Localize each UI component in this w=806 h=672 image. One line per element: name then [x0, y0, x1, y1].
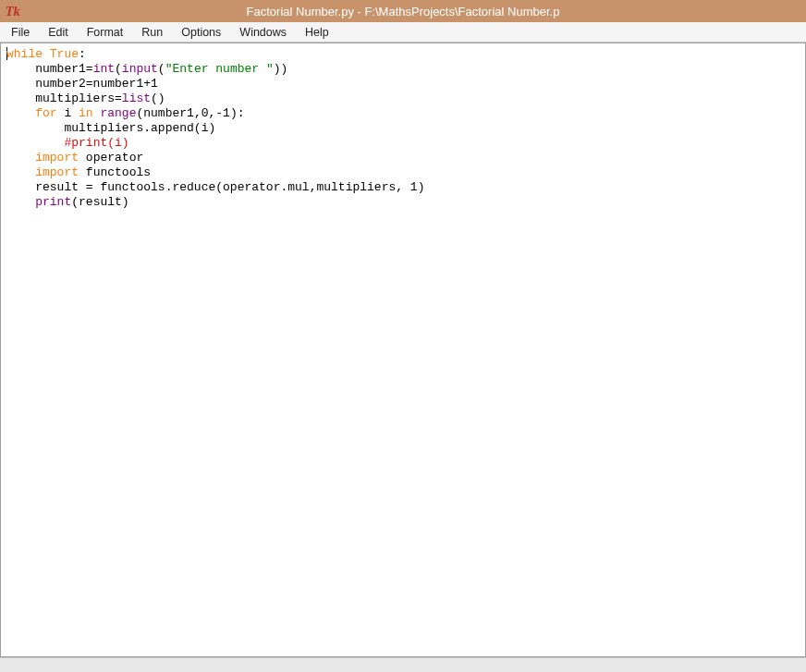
code-token: functools — [79, 165, 151, 179]
code-token — [6, 195, 35, 209]
code-token: range — [100, 106, 136, 120]
code-token: operator — [79, 151, 143, 165]
menubar: File Edit Format Run Options Windows Hel… — [0, 22, 806, 43]
code-token: )) — [274, 62, 288, 76]
code-token: i — [57, 106, 79, 120]
code-token: import — [35, 151, 79, 165]
code-token: ( — [158, 62, 165, 76]
menu-edit[interactable]: Edit — [39, 24, 78, 41]
code-token: ( — [115, 62, 122, 76]
menu-windows[interactable]: Windows — [230, 24, 296, 41]
code-token: result = functools.reduce(operator.mul,m… — [6, 180, 424, 194]
code-token: input — [122, 62, 158, 76]
editor-area[interactable]: while True: number1=int(input("Enter num… — [0, 43, 806, 657]
code-token: number2=number1+1 — [6, 77, 158, 91]
code-token — [6, 106, 35, 120]
menu-format[interactable]: Format — [78, 24, 133, 41]
window-titlebar: Tk Factorial Number.py - F:\MathsProject… — [0, 0, 806, 22]
code-token: list — [122, 92, 151, 105]
code-token: () — [151, 92, 165, 105]
code-token — [6, 151, 35, 165]
code-token: : — [79, 47, 86, 61]
code-token — [6, 136, 64, 150]
code-token: "Enter number " — [165, 62, 274, 76]
app-icon: Tk — [4, 3, 20, 19]
status-bar — [0, 657, 806, 672]
svg-text:Tk: Tk — [6, 4, 20, 18]
window-title: Factorial Number.py - F:\MathsProjects\F… — [247, 5, 560, 18]
code-token: while — [6, 47, 43, 61]
code-token: True — [43, 47, 79, 61]
code-token: (number1,0,-1): — [136, 106, 244, 120]
code-editor[interactable]: while True: number1=int(input("Enter num… — [1, 43, 805, 214]
code-token — [6, 165, 35, 179]
code-token: in — [79, 106, 93, 120]
code-token: import — [35, 165, 79, 179]
code-token: #print(i) — [64, 136, 128, 150]
menu-file[interactable]: File — [2, 24, 39, 41]
code-token: (result) — [71, 195, 128, 209]
code-token: number1= — [6, 62, 93, 76]
code-token: print — [35, 195, 71, 209]
code-token: for — [35, 106, 56, 120]
code-token: multipliers= — [6, 92, 122, 105]
code-token: int — [93, 62, 115, 76]
menu-options[interactable]: Options — [172, 24, 230, 41]
menu-run[interactable]: Run — [132, 24, 172, 41]
code-token: multipliers.append(i) — [6, 121, 215, 135]
menu-help[interactable]: Help — [296, 24, 338, 41]
